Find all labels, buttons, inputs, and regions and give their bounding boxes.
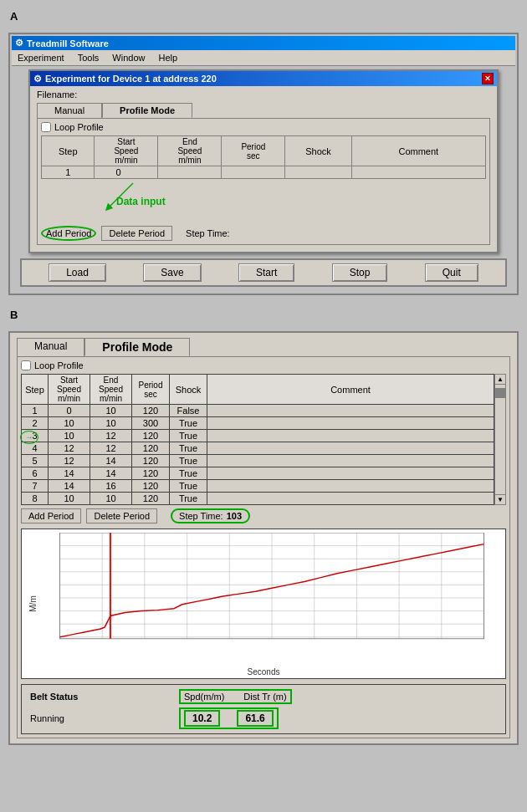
cell-b-comment <box>207 467 494 480</box>
profile-table-b: Step StartSpeedm/min EndSpeedm/min Perio… <box>21 374 494 505</box>
cell-b-shock: True <box>170 467 207 480</box>
chart-area: M/m Seconds <box>21 529 506 679</box>
section-a-label: A <box>5 7 23 26</box>
cell-b-shock: True <box>170 417 207 430</box>
cell-b-shock: True <box>170 455 207 467</box>
menu-help[interactable]: Help <box>156 52 180 64</box>
tab-profile-mode[interactable]: Profile Mode <box>102 103 192 118</box>
loop-profile-checkbox[interactable] <box>41 122 51 132</box>
step-time-label-a: Step Time: <box>186 228 230 238</box>
cell-b-shock: True <box>170 493 207 505</box>
cell-b-period: 120 <box>132 442 170 455</box>
delete-period-button-b[interactable]: Delete Period <box>86 508 157 523</box>
dialog-title: Experiment for Device 1 at address 220 <box>45 74 217 84</box>
spd-dist-box: Spd(m/m) Dist Tr (m) <box>179 689 292 704</box>
cell-b-end: 10 <box>90 493 132 505</box>
app-menu-bar: Experiment Tools Window Help <box>12 50 515 66</box>
load-button[interactable]: Load <box>49 263 106 282</box>
col-comment-a: Comment <box>351 136 485 166</box>
loop-profile-row-b: Loop Profile <box>21 360 506 370</box>
table-row-b: 41212120True <box>22 442 494 455</box>
close-button[interactable]: ✕ <box>482 73 494 84</box>
cell-b-period: 120 <box>132 480 170 493</box>
col-end-speed: EndSpeedm/min <box>158 136 222 166</box>
cell-b-period: 300 <box>132 417 170 430</box>
cell-b-end: 12 <box>90 442 132 455</box>
step-time-text: Step Time: <box>179 511 223 521</box>
start-speed-input[interactable] <box>115 167 136 177</box>
step-time-circled: Step Time: 103 <box>171 508 250 523</box>
cell-b-shock: True <box>170 442 207 455</box>
col-b-comment: Comment <box>207 375 494 405</box>
spd-value: 10.2 <box>184 710 220 727</box>
values-box: 10.2 61.6 <box>179 707 279 729</box>
tab-manual[interactable]: Manual <box>37 103 102 118</box>
dist-value: 61.6 <box>237 710 273 727</box>
scrollbar[interactable]: ▲ ▼ <box>494 374 506 505</box>
loop-profile-label: Loop Profile <box>54 122 104 132</box>
filename-row: Filename: <box>37 89 490 100</box>
cell-shock <box>285 166 351 179</box>
cell-b-step: 8 <box>22 493 49 505</box>
quit-button[interactable]: Quit <box>425 263 478 282</box>
cell-b-start: 14 <box>49 467 90 480</box>
scroll-down-button[interactable]: ▼ <box>495 494 505 504</box>
filename-label: Filename: <box>37 89 77 100</box>
tab-profile-mode-b[interactable]: Profile Mode <box>84 338 190 356</box>
scroll-up-button[interactable]: ▲ <box>495 375 505 385</box>
stop-button[interactable]: Stop <box>332 263 388 282</box>
table-row-b: 1010120False <box>22 405 494 417</box>
cell-comment <box>351 166 485 179</box>
cell-b-start: 10 <box>49 493 90 505</box>
cell-b-end: 10 <box>90 417 132 430</box>
step-time-value: 103 <box>227 511 242 521</box>
cell-b-period: 120 <box>132 493 170 505</box>
add-period-button-b[interactable]: Add Period <box>21 508 81 523</box>
table-row-b: 71416120True <box>22 480 494 493</box>
data-input-area: Data input <box>41 179 486 221</box>
cell-b-step: 5 <box>22 455 49 467</box>
menu-window[interactable]: Window <box>110 52 147 64</box>
running-label: Running <box>27 706 176 731</box>
menu-experiment[interactable]: Experiment <box>15 52 67 64</box>
chart-svg <box>45 533 499 663</box>
tabs-row-b: Manual Profile Mode <box>17 338 510 356</box>
app-title: Treadmill Software <box>27 38 109 49</box>
add-period-button-a[interactable]: Add Period <box>41 226 96 241</box>
dialog-icon: ⚙ <box>33 74 42 84</box>
scroll-thumb <box>495 388 505 398</box>
table-container-b: Step StartSpeedm/min EndSpeedm/min Perio… <box>21 374 506 505</box>
tab-manual-b[interactable]: Manual <box>17 338 84 356</box>
cell-b-end: 12 <box>90 430 132 442</box>
step-time-label-b: Step Time: 103 <box>171 508 250 523</box>
dialog-content: Filename: Manual Profile Mode Loop Profi… <box>30 86 497 252</box>
start-button[interactable]: Start <box>238 263 294 282</box>
app-icon: ⚙ <box>15 38 23 49</box>
cell-start[interactable] <box>95 166 158 179</box>
cell-b-end: 14 <box>90 467 132 480</box>
cell-b-comment <box>207 480 494 493</box>
cell-b-shock: True <box>170 430 207 442</box>
cell-b-comment <box>207 417 494 430</box>
cell-b-comment <box>207 430 494 442</box>
menu-tools[interactable]: Tools <box>75 52 102 64</box>
cell-b-start: 10 <box>49 417 90 430</box>
spd-header: Spd(m/m) <box>184 692 224 702</box>
loop-profile-label-b: Loop Profile <box>34 360 84 370</box>
save-button[interactable]: Save <box>143 263 201 282</box>
cell-b-period: 120 <box>132 405 170 417</box>
cell-b-step: 2 <box>22 417 49 430</box>
delete-period-button-a[interactable]: Delete Period <box>101 226 172 241</box>
cell-b-shock: True <box>170 480 207 493</box>
data-input-label: Data input <box>116 196 166 207</box>
cell-b-end: 16 <box>90 480 132 493</box>
col-period: Periodsec <box>222 136 285 166</box>
profile-table-a: Step StartSpeedm/min EndSpeedm/min Perio… <box>41 135 486 179</box>
tab-content-a: Loop Profile Step StartSpeedm/min EndSpe… <box>37 118 490 245</box>
loop-profile-checkbox-b[interactable] <box>21 360 31 370</box>
cell-b-end: 10 <box>90 405 132 417</box>
cell-b-step: 4 <box>22 442 49 455</box>
cell-b-comment <box>207 442 494 455</box>
cell-b-period: 120 <box>132 467 170 480</box>
cell-period <box>222 166 285 179</box>
